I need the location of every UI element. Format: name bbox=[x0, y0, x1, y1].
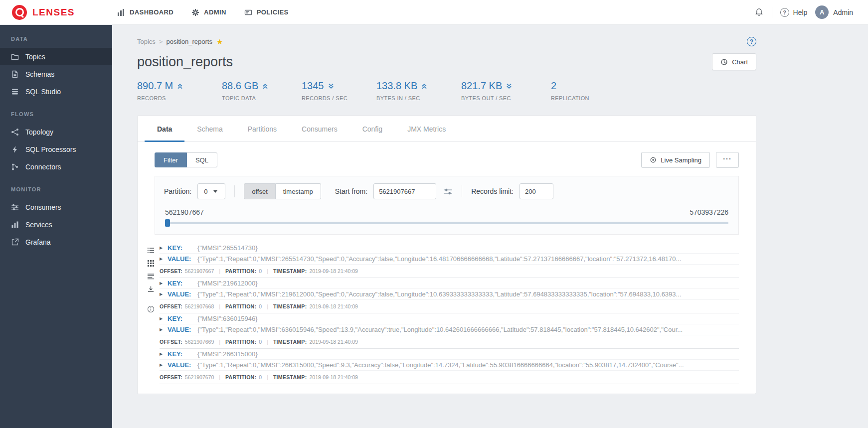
bolt-icon bbox=[11, 145, 19, 153]
download-icon[interactable] bbox=[147, 285, 155, 293]
timestamp-meta-value: 2019-09-18 21:40:09 bbox=[309, 339, 358, 345]
notifications-bell-icon[interactable] bbox=[754, 7, 764, 17]
sidebar-item-topics[interactable]: Topics bbox=[0, 48, 112, 65]
more-options-button[interactable]: ... bbox=[716, 152, 739, 168]
nav-right: ? Help A Admin bbox=[754, 5, 868, 19]
tab-jmx-metrics[interactable]: JMX Metrics bbox=[395, 116, 458, 142]
user-menu[interactable]: A Admin bbox=[815, 5, 853, 19]
top-navbar: LENSES DASHBOARD ADMIN POLICIES ? Help A… bbox=[0, 0, 868, 25]
stat-value: 890.7 M bbox=[137, 80, 173, 92]
nav-item-admin[interactable]: ADMIN bbox=[191, 8, 226, 16]
expand-arrow-icon[interactable]: ▶ bbox=[160, 281, 168, 285]
database-icon bbox=[11, 88, 19, 96]
breadcrumb-separator: > bbox=[159, 38, 163, 45]
tab-config[interactable]: Config bbox=[350, 116, 395, 142]
info-icon[interactable] bbox=[147, 305, 155, 313]
help-label: Help bbox=[793, 8, 808, 16]
meta-separator: | bbox=[267, 374, 268, 380]
meta-separator: | bbox=[219, 303, 220, 309]
stat-value: 88.6 GB bbox=[222, 80, 258, 92]
filter-panel: Partition: 0 offset timestamp Start from… bbox=[155, 176, 739, 235]
sidebar-item-label: Connectors bbox=[25, 163, 61, 171]
query-mode-toggle: Filter SQL bbox=[155, 152, 217, 167]
partition-select[interactable]: 0 bbox=[197, 183, 225, 199]
expand-arrow-icon[interactable]: ▶ bbox=[160, 327, 168, 332]
expand-arrow-icon[interactable]: ▶ bbox=[160, 292, 168, 296]
raw-view-icon[interactable] bbox=[147, 273, 155, 280]
pie-chart-icon bbox=[720, 58, 728, 66]
record-value: {"Type":1,"Repeat":0,"MMSI":636015946,"S… bbox=[197, 326, 739, 333]
offset-meta-label: OFFSET: bbox=[160, 268, 182, 274]
expand-arrow-icon[interactable]: ▶ bbox=[160, 363, 168, 367]
nav-item-dashboard[interactable]: DASHBOARD bbox=[117, 8, 174, 16]
sidebar-item-consumers[interactable]: Consumers bbox=[0, 198, 112, 216]
sql-mode-button[interactable]: SQL bbox=[187, 152, 217, 167]
stat-bytes-out: 821.7 KB BYTES OUT / SEC bbox=[461, 80, 551, 101]
page-help-icon[interactable]: ? bbox=[747, 37, 756, 46]
share-icon bbox=[11, 128, 19, 136]
advanced-sliders-icon[interactable] bbox=[443, 187, 453, 196]
grid-view-icon[interactable] bbox=[147, 260, 155, 267]
start-from-input[interactable] bbox=[373, 183, 436, 199]
sidebar-item-label: Topology bbox=[25, 128, 53, 136]
live-sampling-button[interactable]: Live Sampling bbox=[641, 152, 710, 168]
breadcrumb-topics-link[interactable]: Topics bbox=[137, 38, 156, 45]
trend-up-icon bbox=[421, 83, 428, 90]
topic-stats: 890.7 M RECORDS 88.6 GB TOPIC DATA 1345 … bbox=[137, 80, 756, 101]
record-key: {"MMSI":265514730} bbox=[197, 244, 739, 252]
stat-label: RECORDS bbox=[137, 95, 222, 101]
slider-track[interactable] bbox=[165, 222, 728, 224]
value-label: VALUE: bbox=[168, 361, 197, 369]
expand-arrow-icon[interactable]: ▶ bbox=[160, 352, 168, 356]
record-row: ▶ KEY: {"MMSI":636015946} ▶ VALUE: {"Typ… bbox=[160, 313, 739, 349]
nav-item-policies[interactable]: POLICIES bbox=[244, 8, 289, 16]
filter-mode-button[interactable]: Filter bbox=[155, 152, 187, 167]
record-value: {"Type":1,"Repeat":0,"MMSI":219612000,"S… bbox=[197, 290, 739, 298]
chart-button[interactable]: Chart bbox=[712, 53, 756, 70]
offset-meta-label: OFFSET: bbox=[160, 339, 182, 345]
timestamp-meta-label: TIMESTAMP: bbox=[273, 339, 307, 345]
sidebar-item-sql-processors[interactable]: SQL Processors bbox=[0, 141, 112, 158]
stat-value: 821.7 KB bbox=[461, 80, 502, 92]
gear-icon bbox=[191, 8, 199, 16]
sliders-icon bbox=[11, 203, 19, 211]
sidebar-item-sql-studio[interactable]: SQL Studio bbox=[0, 83, 112, 100]
tab-data[interactable]: Data bbox=[145, 116, 184, 142]
meta-separator: | bbox=[219, 339, 220, 345]
offset-mode-button[interactable]: offset bbox=[244, 183, 276, 199]
expand-arrow-icon[interactable]: ▶ bbox=[160, 257, 168, 261]
stat-records-per-sec: 1345 RECORDS / SEC bbox=[302, 80, 376, 101]
tab-consumers[interactable]: Consumers bbox=[289, 116, 350, 142]
sidebar-item-label: Schemas bbox=[25, 70, 54, 78]
lenses-logo-icon bbox=[12, 5, 27, 20]
partition-meta-label: PARTITION: bbox=[225, 268, 256, 274]
policies-icon bbox=[244, 8, 252, 16]
records-limit-input[interactable] bbox=[520, 183, 553, 199]
expand-arrow-icon[interactable]: ▶ bbox=[160, 246, 168, 250]
slider-handle[interactable] bbox=[165, 219, 170, 227]
tab-partitions[interactable]: Partitions bbox=[235, 116, 289, 142]
favorite-star-icon[interactable]: ★ bbox=[216, 38, 223, 45]
help-link[interactable]: ? Help bbox=[780, 8, 808, 17]
trend-down-icon bbox=[506, 83, 513, 90]
sidebar-item-grafana[interactable]: Grafana bbox=[0, 233, 112, 251]
sidebar-section-flows: FLOWS bbox=[0, 100, 112, 123]
records-section: ▶ KEY: {"MMSI":265514730} ▶ VALUE: {"Typ… bbox=[138, 235, 756, 384]
expand-arrow-icon[interactable]: ▶ bbox=[160, 316, 168, 321]
page-title: position_reports bbox=[137, 54, 233, 70]
sidebar-item-services[interactable]: Services bbox=[0, 216, 112, 233]
sidebar-item-connectors[interactable]: Connectors bbox=[0, 158, 112, 175]
sidebar-item-schemas[interactable]: Schemas bbox=[0, 65, 112, 83]
timestamp-mode-button[interactable]: timestamp bbox=[276, 183, 321, 199]
brand-name: LENSES bbox=[32, 7, 75, 18]
tab-schema[interactable]: Schema bbox=[184, 116, 235, 142]
sidebar-item-topology[interactable]: Topology bbox=[0, 123, 112, 141]
list-view-icon[interactable] bbox=[147, 247, 155, 254]
brand[interactable]: LENSES bbox=[0, 5, 112, 20]
folder-icon bbox=[11, 53, 19, 61]
trend-up-icon bbox=[262, 83, 269, 90]
sidebar-section-monitor: MONITOR bbox=[0, 175, 112, 198]
divider bbox=[234, 185, 235, 197]
record-view-controls bbox=[142, 243, 160, 384]
partition-value: 0 bbox=[204, 188, 207, 195]
